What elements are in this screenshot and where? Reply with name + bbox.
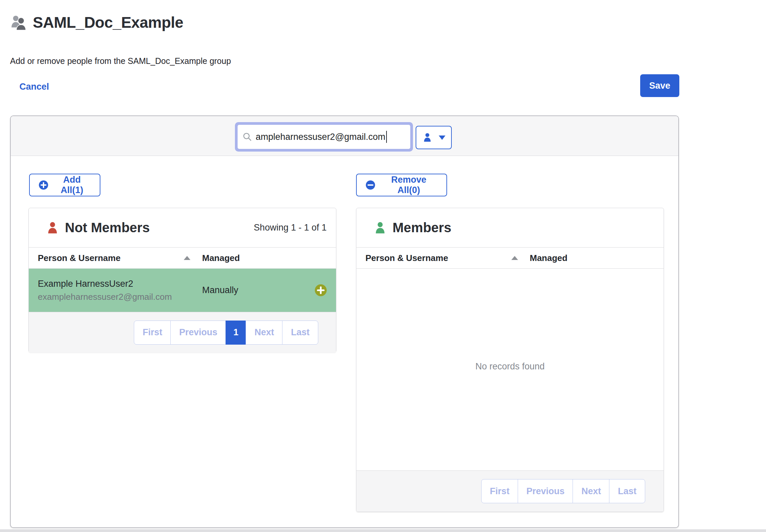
- membership-panel: ampleharnessuser2@gmail.com: [10, 115, 679, 528]
- column-person-label: Person & Username: [38, 253, 120, 263]
- members-card: Members Person & Username Managed No rec…: [356, 208, 664, 512]
- caret-down-icon: [439, 136, 445, 140]
- members-person-icon: [373, 221, 387, 235]
- members-empty-state: No records found: [356, 269, 664, 470]
- search-input-value: ampleharnessuser2@gmail.com: [256, 132, 386, 142]
- members-title: Members: [393, 220, 451, 235]
- add-person-button[interactable]: [315, 284, 327, 296]
- search-bar: ampleharnessuser2@gmail.com: [11, 116, 678, 156]
- not-members-title: Not Members: [65, 220, 150, 235]
- cancel-link[interactable]: Cancel: [19, 82, 49, 92]
- minus-circle-icon: [365, 180, 375, 190]
- members-pagination: First Previous Next Last: [481, 479, 645, 503]
- page-subtitle: Add or remove people from the SAML_Doc_E…: [10, 56, 231, 66]
- pagination-previous-button[interactable]: Previous: [518, 479, 573, 503]
- column-person-username[interactable]: Person & Username: [356, 253, 530, 263]
- pagination-next-button[interactable]: Next: [246, 321, 283, 345]
- pagination-page-1-button[interactable]: 1: [226, 321, 246, 345]
- pagination-first-button[interactable]: First: [134, 321, 171, 345]
- search-focus-ring: ampleharnessuser2@gmail.com: [235, 122, 413, 152]
- remove-all-button[interactable]: Remove All(0): [356, 174, 447, 196]
- row-person-cell: Example HarnessUser2 exampleharnessuser2…: [29, 279, 202, 302]
- members-pagination-bar: First Previous Next Last: [356, 470, 664, 512]
- group-icon: [10, 14, 27, 30]
- group-membership-page: SAML_Doc_Example Add or remove people fr…: [0, 0, 766, 532]
- remove-all-label: Remove All(0): [380, 175, 438, 195]
- sort-ascending-icon: [184, 256, 190, 260]
- column-managed: Managed: [530, 253, 664, 263]
- plus-circle-icon: [38, 180, 49, 190]
- pagination-last-button[interactable]: Last: [609, 479, 645, 503]
- row-managed-cell: Manually: [202, 285, 315, 295]
- pagination-next-button[interactable]: Next: [573, 479, 610, 503]
- save-button[interactable]: Save: [640, 74, 679, 97]
- column-person-label: Person & Username: [365, 253, 448, 263]
- members-table-header: Person & Username Managed: [356, 247, 664, 269]
- pagination-previous-button[interactable]: Previous: [170, 321, 226, 345]
- person-username: exampleharnessuser2@gmail.com: [38, 292, 190, 302]
- text-cursor: [386, 131, 387, 143]
- not-members-pagination-bar: First Previous 1 Next Last: [29, 312, 336, 353]
- not-members-table-header: Person & Username Managed: [29, 247, 336, 269]
- not-members-card: Not Members Showing 1 - 1 of 1 Person & …: [28, 208, 336, 352]
- not-members-showing-count: Showing 1 - 1 of 1: [254, 223, 327, 233]
- pagination-first-button[interactable]: First: [481, 479, 518, 503]
- column-managed: Managed: [202, 253, 336, 263]
- person-name: Example HarnessUser2: [38, 279, 190, 289]
- sort-ascending-icon: [511, 256, 518, 260]
- search-icon: [242, 132, 252, 142]
- not-members-header: Not Members Showing 1 - 1 of 1: [29, 208, 336, 247]
- column-person-username[interactable]: Person & Username: [29, 253, 202, 263]
- not-members-pagination: First Previous 1 Next Last: [134, 321, 318, 345]
- not-members-row[interactable]: Example HarnessUser2 exampleharnessuser2…: [29, 269, 336, 312]
- search-filter-dropdown[interactable]: [416, 126, 452, 149]
- pagination-last-button[interactable]: Last: [282, 321, 318, 345]
- person-icon: [422, 132, 433, 143]
- add-all-label: Add All(1): [53, 175, 91, 195]
- page-title: SAML_Doc_Example: [33, 13, 183, 31]
- page-title-row: SAML_Doc_Example: [10, 13, 183, 31]
- not-members-person-icon: [46, 221, 60, 235]
- members-header: Members: [356, 208, 664, 247]
- search-input[interactable]: ampleharnessuser2@gmail.com: [238, 125, 410, 149]
- add-all-button[interactable]: Add All(1): [29, 174, 100, 196]
- viewport-bottom-edge: [0, 529, 766, 532]
